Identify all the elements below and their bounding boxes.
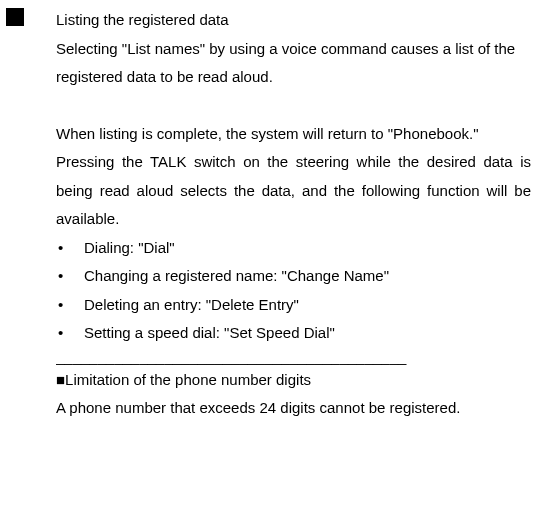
limitation-body: A phone number that exceeds 24 digits ca… — [56, 394, 531, 423]
limitation-heading-text: Limitation of the phone number digits — [65, 371, 311, 388]
talk-switch-paragraph: Pressing the TALK switch on the steering… — [56, 148, 531, 234]
limitation-heading: ■Limitation of the phone number digits — [56, 366, 531, 395]
document-content: Listing the registered data Selecting "L… — [0, 0, 535, 423]
function-list: Dialing: "Dial" Changing a registered na… — [56, 234, 531, 348]
list-item: Setting a speed dial: "Set Speed Dial" — [56, 319, 531, 348]
list-item: Changing a registered name: "Change Name… — [56, 262, 531, 291]
list-item: Dialing: "Dial" — [56, 234, 531, 263]
section-marker — [6, 8, 24, 26]
heading-listing: Listing the registered data — [56, 6, 531, 35]
divider-line: ________________________________________… — [56, 348, 531, 366]
square-icon: ■ — [56, 371, 65, 388]
spacer — [56, 92, 531, 120]
intro-paragraph: Selecting "List names" by using a voice … — [56, 35, 531, 92]
list-item: Deleting an entry: "Delete Entry" — [56, 291, 531, 320]
after-listing-paragraph: When listing is complete, the system wil… — [56, 120, 531, 149]
